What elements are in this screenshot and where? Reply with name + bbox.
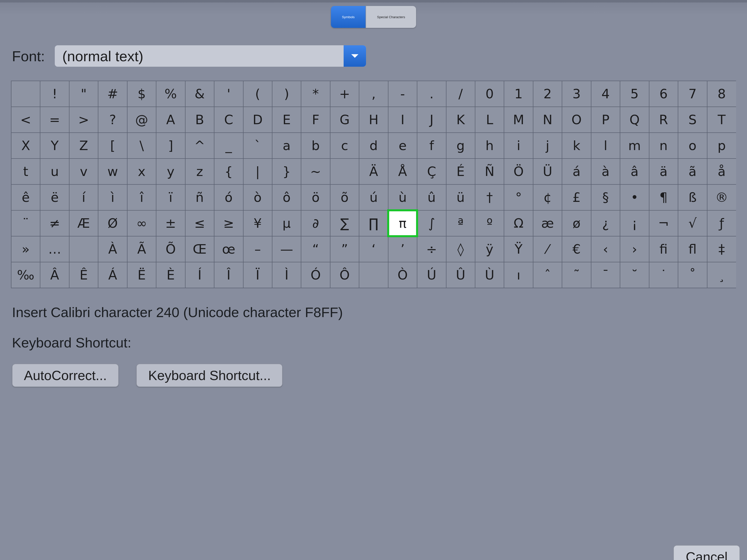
char-cell[interactable]: B: [185, 107, 214, 133]
char-cell[interactable]: n: [649, 133, 678, 159]
char-cell[interactable]: c: [330, 133, 359, 159]
char-cell[interactable]: [11, 81, 40, 107]
char-cell[interactable]: Ì: [272, 262, 301, 288]
char-cell[interactable]: ‰: [11, 262, 40, 288]
char-cell[interactable]: ø: [562, 210, 591, 236]
char-cell[interactable]: È: [156, 262, 185, 288]
char-cell[interactable]: §: [591, 184, 620, 210]
char-cell[interactable]: ÿ: [475, 236, 504, 262]
autocorrect-button[interactable]: AutoCorrect...: [12, 364, 119, 387]
char-cell[interactable]: …: [40, 236, 69, 262]
char-cell[interactable]: Ÿ: [504, 236, 533, 262]
char-cell[interactable]: J: [417, 107, 446, 133]
char-cell[interactable]: 3: [562, 81, 591, 107]
char-cell[interactable]: ¡: [620, 210, 649, 236]
char-cell[interactable]: Í: [185, 262, 214, 288]
char-cell[interactable]: Û: [446, 262, 475, 288]
char-cell[interactable]: %: [156, 81, 185, 107]
char-cell[interactable]: (: [243, 81, 272, 107]
char-cell[interactable]: }: [272, 159, 301, 184]
char-cell[interactable]: ˘: [620, 262, 649, 288]
char-cell[interactable]: d: [359, 133, 388, 159]
char-cell[interactable]: \: [127, 133, 156, 159]
char-cell[interactable]: ë: [40, 184, 69, 210]
char-cell[interactable]: Á: [98, 262, 127, 288]
char-cell[interactable]: Y: [40, 133, 69, 159]
char-cell[interactable]: Ç: [417, 159, 446, 184]
char-cell[interactable]: 4: [591, 81, 620, 107]
char-cell[interactable]: Ã: [127, 236, 156, 262]
char-cell[interactable]: ê: [11, 184, 40, 210]
char-cell[interactable]: y: [156, 159, 185, 184]
char-cell[interactable]: z: [185, 159, 214, 184]
char-cell[interactable]: â: [620, 159, 649, 184]
char-cell[interactable]: ?: [98, 107, 127, 133]
char-cell[interactable]: L: [475, 107, 504, 133]
char-cell[interactable]: ¬: [649, 210, 678, 236]
char-cell[interactable]: ¥: [243, 210, 272, 236]
char-cell[interactable]: !: [40, 81, 69, 107]
char-cell[interactable]: ˆ: [533, 262, 562, 288]
char-cell[interactable]: ^: [185, 133, 214, 159]
char-cell[interactable]: ı: [504, 262, 533, 288]
char-cell[interactable]: M: [504, 107, 533, 133]
char-cell[interactable]: ®: [707, 184, 736, 210]
char-cell-pi[interactable]: π: [388, 210, 417, 236]
char-cell[interactable]: ): [272, 81, 301, 107]
char-cell[interactable]: ∫: [417, 210, 446, 236]
char-cell[interactable]: •: [620, 184, 649, 210]
char-cell[interactable]: ∏: [359, 210, 388, 236]
char-cell[interactable]: å: [707, 159, 736, 184]
char-cell[interactable]: ⁄: [533, 236, 562, 262]
char-cell[interactable]: √: [678, 210, 707, 236]
char-cell[interactable]: Z: [69, 133, 98, 159]
char-cell[interactable]: ]: [156, 133, 185, 159]
char-cell[interactable]: l: [591, 133, 620, 159]
char-cell[interactable]: ˚: [678, 262, 707, 288]
char-cell[interactable]: ∂: [301, 210, 330, 236]
char-cell[interactable]: G: [330, 107, 359, 133]
chevron-down-icon[interactable]: [344, 45, 366, 67]
char-cell[interactable]: õ: [330, 184, 359, 210]
char-cell[interactable]: ': [214, 81, 243, 107]
char-cell[interactable]: ’: [388, 236, 417, 262]
char-cell[interactable]: Ü: [533, 159, 562, 184]
char-cell[interactable]: 1: [504, 81, 533, 107]
char-cell[interactable]: Õ: [156, 236, 185, 262]
char-cell[interactable]: 6: [649, 81, 678, 107]
char-cell[interactable]: t: [11, 159, 40, 184]
char-cell[interactable]: j: [533, 133, 562, 159]
char-cell[interactable]: ¸: [707, 262, 736, 288]
char-cell[interactable]: ◊: [446, 236, 475, 262]
char-cell[interactable]: »: [11, 236, 40, 262]
char-cell[interactable]: 8: [707, 81, 736, 107]
char-cell[interactable]: 5: [620, 81, 649, 107]
char-cell[interactable]: ¢: [533, 184, 562, 210]
char-cell[interactable]: û: [417, 184, 446, 210]
char-cell[interactable]: î: [127, 184, 156, 210]
char-cell[interactable]: ∞: [127, 210, 156, 236]
char-cell[interactable]: ~: [301, 159, 330, 184]
char-cell[interactable]: Â: [40, 262, 69, 288]
char-cell[interactable]: ≠: [40, 210, 69, 236]
char-cell[interactable]: 2: [533, 81, 562, 107]
char-cell[interactable]: ù: [388, 184, 417, 210]
char-cell[interactable]: °: [504, 184, 533, 210]
char-cell[interactable]: g: [446, 133, 475, 159]
char-cell[interactable]: Ñ: [475, 159, 504, 184]
char-cell[interactable]: †: [475, 184, 504, 210]
char-cell[interactable]: _: [214, 133, 243, 159]
char-cell[interactable]: p: [707, 133, 736, 159]
char-cell[interactable]: ±: [156, 210, 185, 236]
char-cell[interactable]: €: [562, 236, 591, 262]
char-cell[interactable]: R: [649, 107, 678, 133]
char-cell[interactable]: ª: [446, 210, 475, 236]
char-cell[interactable]: f: [417, 133, 446, 159]
char-cell[interactable]: ü: [446, 184, 475, 210]
char-cell[interactable]: í: [69, 184, 98, 210]
char-cell[interactable]: h: [475, 133, 504, 159]
cancel-button[interactable]: Cancel: [673, 545, 740, 560]
char-cell[interactable]: k: [562, 133, 591, 159]
char-cell[interactable]: 0: [475, 81, 504, 107]
char-cell[interactable]: ,: [359, 81, 388, 107]
